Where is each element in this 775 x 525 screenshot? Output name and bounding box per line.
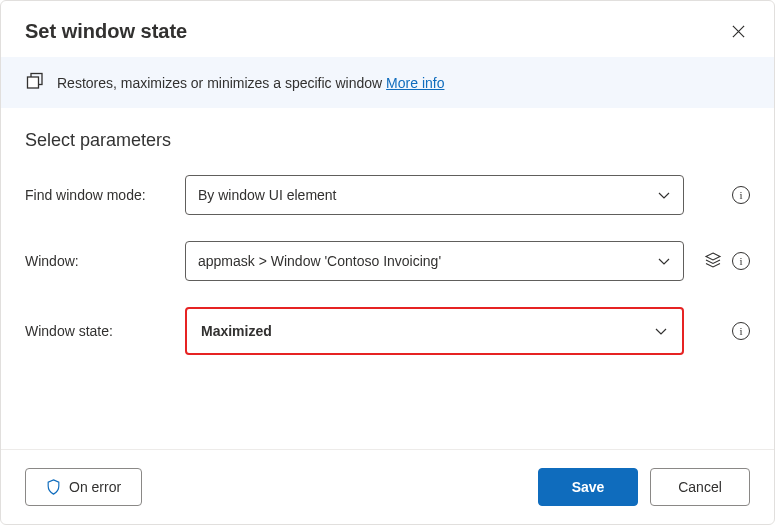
window-state-label: Window state: — [25, 323, 175, 339]
svg-rect-1 — [28, 77, 39, 88]
window-label: Window: — [25, 253, 175, 269]
close-button[interactable] — [726, 19, 750, 43]
info-description: Restores, maximizes or minimizes a speci… — [57, 75, 444, 91]
find-window-mode-label: Find window mode: — [25, 187, 175, 203]
dialog-header: Set window state — [1, 1, 774, 57]
dialog-title: Set window state — [25, 20, 187, 43]
layers-icon[interactable] — [704, 251, 722, 272]
close-icon — [731, 24, 746, 39]
find-window-mode-select[interactable]: By window UI element — [185, 175, 684, 215]
on-error-button[interactable]: On error — [25, 468, 142, 506]
set-window-state-dialog: Set window state Restores, maximizes or … — [0, 0, 775, 525]
on-error-label: On error — [69, 479, 121, 495]
info-icon[interactable]: i — [732, 322, 750, 340]
window-state-select[interactable]: Maximized — [185, 307, 684, 355]
cancel-button[interactable]: Cancel — [650, 468, 750, 506]
chevron-down-icon — [657, 188, 671, 202]
param-find-window-mode: Find window mode: By window UI element i — [25, 175, 750, 215]
window-copy-icon — [25, 71, 45, 94]
param-window-state: Window state: Maximized i — [25, 307, 750, 355]
info-icon[interactable]: i — [732, 186, 750, 204]
dialog-footer: On error Save Cancel — [1, 449, 774, 524]
window-select[interactable]: appmask > Window 'Contoso Invoicing' — [185, 241, 684, 281]
param-window: Window: appmask > Window 'Contoso Invoic… — [25, 241, 750, 281]
more-info-link[interactable]: More info — [386, 75, 444, 91]
dialog-content: Select parameters Find window mode: By w… — [1, 108, 774, 449]
section-title: Select parameters — [25, 130, 750, 151]
save-label: Save — [572, 479, 605, 495]
chevron-down-icon — [654, 324, 668, 338]
window-value: appmask > Window 'Contoso Invoicing' — [198, 253, 441, 269]
cancel-label: Cancel — [678, 479, 722, 495]
info-bar: Restores, maximizes or minimizes a speci… — [1, 57, 774, 108]
window-state-value: Maximized — [201, 323, 272, 339]
shield-icon — [46, 479, 61, 495]
chevron-down-icon — [657, 254, 671, 268]
info-icon[interactable]: i — [732, 252, 750, 270]
info-text: Restores, maximizes or minimizes a speci… — [57, 75, 382, 91]
find-window-mode-value: By window UI element — [198, 187, 337, 203]
footer-actions: Save Cancel — [538, 468, 750, 506]
save-button[interactable]: Save — [538, 468, 638, 506]
